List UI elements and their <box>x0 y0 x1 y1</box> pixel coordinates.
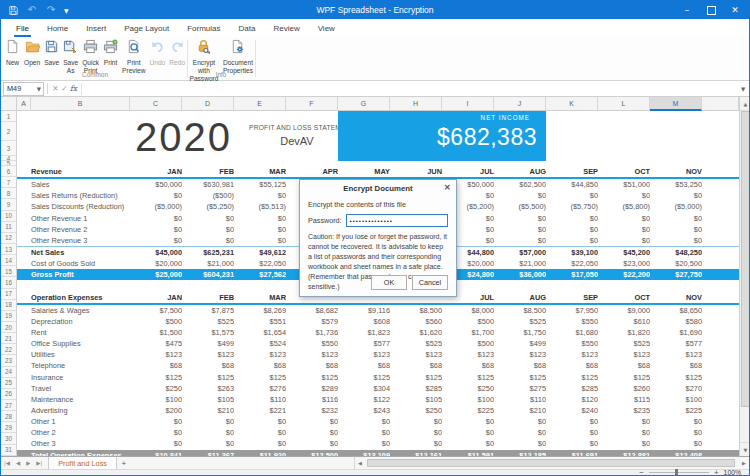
cell[interactable] <box>17 178 31 190</box>
cell[interactable]: NOV <box>650 292 702 304</box>
column-header-F[interactable]: F <box>286 97 338 111</box>
cell[interactable]: $0 <box>598 235 650 247</box>
cell[interactable]: $25,000 <box>130 269 182 280</box>
cell[interactable]: $0 <box>546 190 598 201</box>
cell[interactable]: Advertising <box>31 405 130 416</box>
cell[interactable]: $9,000 <box>598 304 650 316</box>
cell[interactable] <box>598 280 650 291</box>
cell[interactable]: ($5,500) <box>494 201 546 212</box>
cell[interactable]: $0 <box>650 213 702 224</box>
row-header-7[interactable]: 7 <box>1 177 17 188</box>
cell[interactable]: $45,000 <box>130 246 182 258</box>
cell[interactable]: $27,750 <box>650 269 702 280</box>
cell[interactable] <box>702 360 739 371</box>
maximize-icon[interactable] <box>699 1 723 19</box>
cell[interactable]: $0 <box>338 416 390 427</box>
cell[interactable]: Office Supplies <box>31 338 130 349</box>
cell[interactable] <box>17 427 31 438</box>
undo-icon[interactable]: ↶ <box>26 4 38 16</box>
cell[interactable]: $232 <box>286 405 338 416</box>
cell[interactable]: $0 <box>494 427 546 438</box>
cell[interactable]: Other Revenue 3 <box>31 235 130 247</box>
cell[interactable]: $580 <box>650 316 702 327</box>
ribbon-tab-insert[interactable]: Insert <box>77 19 115 37</box>
cell[interactable]: $0 <box>130 416 182 427</box>
cell[interactable]: AUG <box>494 166 546 178</box>
cell[interactable]: $1,654 <box>234 327 286 338</box>
row-header-31[interactable]: 31 <box>1 445 17 456</box>
cell[interactable]: $122 <box>338 394 390 405</box>
cell[interactable]: Other Revenue 2 <box>31 224 130 235</box>
cell[interactable] <box>17 316 31 327</box>
cell[interactable]: $270 <box>650 383 702 394</box>
cell[interactable]: $551 <box>234 316 286 327</box>
cell[interactable]: $550 <box>546 338 598 349</box>
cell[interactable]: $225 <box>442 405 494 416</box>
cell[interactable]: $0 <box>442 438 494 449</box>
cell[interactable]: $240 <box>546 405 598 416</box>
cell[interactable]: $225 <box>650 405 702 416</box>
column-header-I[interactable]: I <box>442 97 494 111</box>
cell[interactable]: $1,575 <box>182 327 234 338</box>
cell[interactable]: $276 <box>234 383 286 394</box>
cell[interactable]: $36,000 <box>494 269 546 280</box>
cell[interactable]: $22,050 <box>546 258 598 269</box>
cell[interactable]: Travel <box>31 383 130 394</box>
cell[interactable]: $1,700 <box>442 327 494 338</box>
save-as-button[interactable]: Save As <box>61 37 80 75</box>
cell[interactable] <box>17 166 31 178</box>
cell[interactable]: $0 <box>286 438 338 449</box>
cell[interactable]: $8,500 <box>494 304 546 316</box>
cell[interactable]: OCT <box>598 292 650 304</box>
cell[interactable] <box>17 190 31 201</box>
cell[interactable]: $120 <box>546 394 598 405</box>
cell[interactable] <box>702 327 739 338</box>
cell[interactable]: $210 <box>494 405 546 416</box>
cell[interactable] <box>17 405 31 416</box>
row-header-9[interactable]: 9 <box>1 199 17 210</box>
cell[interactable]: ($5,750) <box>546 201 598 212</box>
column-header-D[interactable]: D <box>182 97 234 111</box>
cell[interactable]: $116 <box>286 394 338 405</box>
cell[interactable]: $500 <box>442 316 494 327</box>
cell[interactable]: $123 <box>338 349 390 360</box>
cell[interactable]: $0 <box>650 427 702 438</box>
cell[interactable]: Rent <box>31 327 130 338</box>
cell[interactable]: $0 <box>598 224 650 235</box>
cell[interactable]: SEP <box>546 292 598 304</box>
print-button[interactable]: ?Print <box>101 37 120 67</box>
cell[interactable]: $630,981 <box>182 178 234 190</box>
save-icon[interactable] <box>7 4 19 16</box>
cell[interactable]: $68 <box>182 360 234 371</box>
cell[interactable]: $0 <box>546 235 598 247</box>
cell[interactable]: $0 <box>182 224 234 235</box>
cell[interactable]: NOV <box>650 166 702 178</box>
cell[interactable] <box>17 438 31 449</box>
horizontal-scroll-track[interactable] <box>365 458 739 468</box>
cell[interactable] <box>17 201 31 212</box>
cell[interactable] <box>234 280 286 291</box>
cell[interactable]: $285 <box>390 383 442 394</box>
report-year-cell[interactable]: 2020 <box>101 114 266 160</box>
cell[interactable]: $0 <box>494 438 546 449</box>
row-header-16[interactable]: 16 <box>1 277 17 288</box>
cell[interactable]: $21,000 <box>182 258 234 269</box>
cell[interactable]: $123 <box>390 349 442 360</box>
cell[interactable] <box>702 213 739 224</box>
cell[interactable]: $1,736 <box>286 327 338 338</box>
cell[interactable]: $123 <box>598 349 650 360</box>
scroll-up-icon[interactable]: ▲ <box>740 97 750 111</box>
cell[interactable]: $0 <box>130 224 182 235</box>
cell[interactable]: ($5,250) <box>182 201 234 212</box>
cell[interactable]: $1,750 <box>494 327 546 338</box>
cell-name-box[interactable]: M49 ▼ <box>3 82 44 96</box>
cell[interactable]: $235 <box>598 405 650 416</box>
row-header-20[interactable]: 20 <box>1 322 17 333</box>
cell[interactable]: Other 3 <box>31 438 130 449</box>
cell[interactable] <box>17 280 31 291</box>
cell[interactable]: $68 <box>546 360 598 371</box>
document-properties-button[interactable]: Document Properties <box>221 37 255 75</box>
cell[interactable] <box>702 338 739 349</box>
ribbon-tab-data[interactable]: Data <box>230 19 265 37</box>
cell[interactable]: $0 <box>130 438 182 449</box>
